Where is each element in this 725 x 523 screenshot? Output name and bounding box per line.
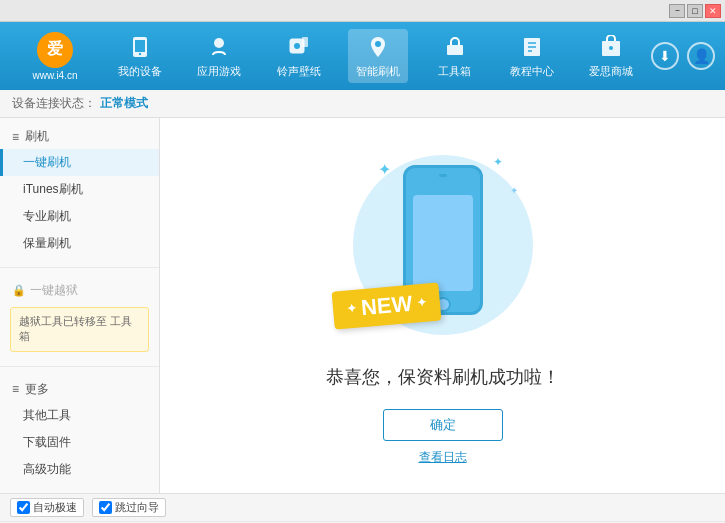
new-badge-text: NEW [359,291,412,321]
nav-label-ringtones: 铃声壁纸 [277,64,321,79]
app-store-icon [597,33,625,61]
close-button[interactable]: ✕ [705,4,721,18]
svg-point-5 [294,43,300,49]
pro-flash-label: 专业刷机 [23,209,71,223]
tutorials-icon [518,33,546,61]
more-section-label: 更多 [25,381,49,398]
logo-text: www.i4.cn [32,70,77,81]
nav-items: 我的设备 应用游戏 铃声壁纸 智能刷机 工具箱 [100,29,651,83]
phone-speaker [439,174,447,177]
status-bar: 设备连接状态： 正常模式 [0,90,725,118]
sidebar-item-advanced[interactable]: 高级功能 [0,456,159,483]
itunes-flash-label: iTunes刷机 [23,182,83,196]
sparkle-3: ✦ [510,185,518,196]
sidebar: ≡ 刷机 一键刷机 iTunes刷机 专业刷机 保量刷机 🔒 一键越狱 [0,118,160,493]
nav-item-smart-flash[interactable]: 智能刷机 [348,29,408,83]
sidebar-section-title-jailbreak: 🔒 一键越狱 [0,278,159,303]
sidebar-section-more: ≡ 更多 其他工具 下载固件 高级功能 [0,371,159,489]
svg-point-14 [609,46,613,50]
nav-label-smart-flash: 智能刷机 [356,64,400,79]
nav-label-toolbox: 工具箱 [438,64,471,79]
logo-char: 爱 [47,39,63,60]
ringtones-icon [285,33,313,61]
nav-item-tutorials[interactable]: 教程中心 [502,29,562,83]
advanced-label: 高级功能 [23,462,71,476]
my-device-icon [126,33,154,61]
minimize-button[interactable]: － [669,4,685,18]
phone-screen [413,195,473,291]
jailbreak-notice-text: 越狱工具已转移至 工具箱 [19,315,132,342]
skip-wizard-check[interactable] [99,501,112,514]
sparkle-1: ✦ [378,160,391,179]
one-click-flash-label: 一键刷机 [23,155,71,169]
svg-rect-1 [135,40,145,52]
nav-item-toolbox[interactable]: 工具箱 [427,29,482,83]
content-area: ✦ ✦ ✦ NEW 恭喜您，保资料刷机成功啦！ 确定 查看日志 [160,118,725,493]
sidebar-item-pro-flash[interactable]: 专业刷机 [0,203,159,230]
phone-illustration: ✦ ✦ ✦ NEW [343,145,543,345]
flash-section-label: 刷机 [25,128,49,145]
checkbox-row: 自动极速 跳过向导 [0,494,725,522]
save-flash-label: 保量刷机 [23,236,71,250]
auto-send-checkbox[interactable]: 自动极速 [10,498,84,517]
flash-section-icon: ≡ [12,130,19,144]
sidebar-item-save-flash[interactable]: 保量刷机 [0,230,159,257]
svg-rect-8 [447,45,463,55]
status-label: 设备连接状态： [12,95,96,112]
svg-point-3 [214,38,224,48]
sidebar-section-title-flash: ≡ 刷机 [0,124,159,149]
user-button[interactable]: 👤 [687,42,715,70]
download-button[interactable]: ⬇ [651,42,679,70]
confirm-button[interactable]: 确定 [383,409,503,441]
more-section-icon: ≡ [12,382,19,396]
maximize-button[interactable]: □ [687,4,703,18]
nav-item-app-store[interactable]: 爱思商城 [581,29,641,83]
sidebar-divider-1 [0,267,159,268]
sidebar-item-other-tools[interactable]: 其他工具 [0,402,159,429]
download-firmware-label: 下载固件 [23,435,71,449]
logo: 爱 www.i4.cn [10,32,100,81]
success-text: 恭喜您，保资料刷机成功啦！ [326,365,560,389]
apps-games-icon [205,33,233,61]
toolbox-icon [441,33,469,61]
sidebar-divider-2 [0,366,159,367]
sidebar-item-download-firmware[interactable]: 下载固件 [0,429,159,456]
status-value: 正常模式 [100,95,148,112]
smart-flash-icon [364,33,392,61]
sidebar-section-flash: ≡ 刷机 一键刷机 iTunes刷机 专业刷机 保量刷机 [0,118,159,263]
nav-item-ringtones[interactable]: 铃声壁纸 [269,29,329,83]
auto-send-check[interactable] [17,501,30,514]
main-container: ≡ 刷机 一键刷机 iTunes刷机 专业刷机 保量刷机 🔒 一键越狱 [0,118,725,493]
other-tools-label: 其他工具 [23,408,71,422]
sparkle-2: ✦ [493,155,503,169]
skip-wizard-checkbox[interactable]: 跳过向导 [92,498,166,517]
jailbreak-notice: 越狱工具已转移至 工具箱 [10,307,149,352]
title-bar: － □ ✕ [0,0,725,22]
skip-wizard-label: 跳过向导 [115,500,159,515]
svg-rect-6 [302,37,308,47]
nav-label-tutorials: 教程中心 [510,64,554,79]
goto-daily-link[interactable]: 查看日志 [419,449,467,466]
sidebar-item-itunes-flash[interactable]: iTunes刷机 [0,176,159,203]
jailbreak-section-label: 一键越狱 [30,282,78,299]
nav-label-apps-games: 应用游戏 [197,64,241,79]
nav-item-apps-games[interactable]: 应用游戏 [189,29,249,83]
lock-icon: 🔒 [12,284,26,297]
nav-label-app-store: 爱思商城 [589,64,633,79]
sidebar-section-jailbreak: 🔒 一键越狱 越狱工具已转移至 工具箱 [0,272,159,362]
sidebar-item-one-click-flash[interactable]: 一键刷机 [0,149,159,176]
svg-point-7 [375,41,381,47]
svg-point-2 [139,53,141,55]
sidebar-section-title-more: ≡ 更多 [0,377,159,402]
nav-label-my-device: 我的设备 [118,64,162,79]
logo-icon: 爱 [37,32,73,68]
auto-send-label: 自动极速 [33,500,77,515]
top-nav: 爱 www.i4.cn 我的设备 应用游戏 铃声壁纸 智能刷机 [0,22,725,90]
nav-item-my-device[interactable]: 我的设备 [110,29,170,83]
nav-actions: ⬇ 👤 [651,42,715,70]
bottom-panel: 自动极速 跳过向导 📱 iPhone 12 mini 64GB Down-12m… [0,493,725,523]
